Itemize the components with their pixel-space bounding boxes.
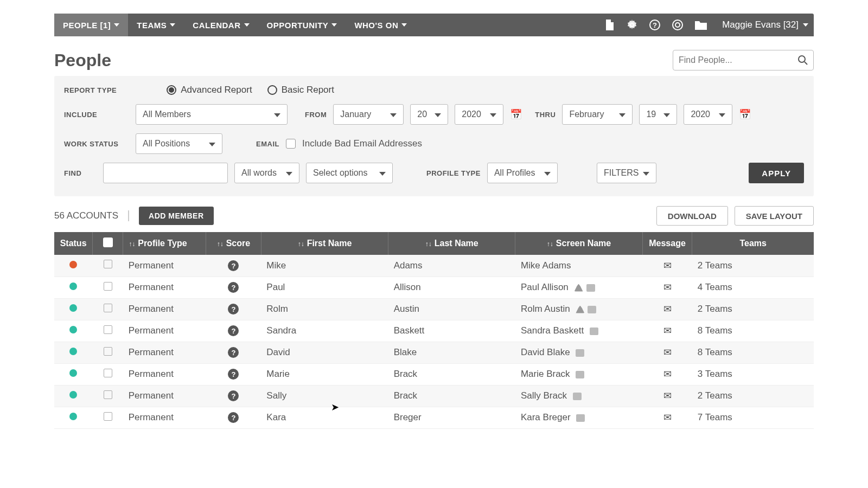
table-row[interactable]: Permanent?SandraBaskettSandra Baskett ✉8… — [54, 320, 814, 342]
row-checkbox[interactable] — [104, 282, 112, 291]
row-checkbox[interactable] — [104, 304, 112, 312]
cell-first-name: Kara — [261, 407, 388, 428]
radio-basic-report[interactable]: Basic Report — [267, 85, 334, 95]
envelope-icon[interactable]: ✉ — [663, 369, 672, 380]
row-checkbox[interactable] — [104, 369, 112, 377]
search-input[interactable] — [679, 55, 798, 65]
cell-teams[interactable]: 8 Teams — [692, 342, 814, 363]
col-profile-type[interactable]: ↑↓Profile Type — [123, 232, 206, 255]
find-input[interactable] — [103, 163, 228, 183]
search-box[interactable] — [673, 50, 814, 70]
cell-teams[interactable]: 2 Teams — [692, 298, 814, 320]
row-checkbox[interactable] — [104, 325, 112, 334]
cell-last-name: Allison — [388, 277, 515, 298]
score-help-icon[interactable]: ? — [228, 390, 239, 401]
cell-teams[interactable]: 7 Teams — [692, 407, 814, 428]
nav-item-people-[interactable]: PEOPLE [1] — [54, 14, 128, 36]
save-layout-button[interactable]: SAVE LAYOUT — [735, 206, 814, 226]
nav-item-teams[interactable]: TEAMS — [128, 14, 184, 36]
envelope-icon[interactable]: ✉ — [663, 325, 672, 336]
include-bad-email-checkbox[interactable] — [286, 139, 296, 149]
folder-icon[interactable] — [695, 20, 707, 30]
cell-teams[interactable]: 2 Teams — [692, 255, 814, 277]
find-words-select[interactable]: All words — [234, 163, 299, 183]
search-icon[interactable] — [798, 55, 808, 65]
radio-advanced-report[interactable]: Advanced Report — [167, 85, 252, 95]
email-label: EMAIL — [256, 140, 279, 148]
table-row[interactable]: Permanent?DavidBlakeDavid Blake ✉8 Teams — [54, 342, 814, 363]
table-row[interactable]: Permanent?MikeAdamsMike Adams ✉2 Teams — [54, 255, 814, 277]
row-checkbox[interactable] — [104, 390, 112, 399]
help-icon[interactable]: ? — [649, 20, 660, 30]
nav-item-opportunity[interactable]: OPPORTUNITY — [258, 14, 346, 36]
download-button[interactable]: DOWNLOAD — [656, 206, 728, 226]
table-row[interactable]: Permanent?RolmAustinRolm Austin ✉2 Teams — [54, 298, 814, 320]
score-help-icon[interactable]: ? — [228, 369, 239, 380]
cell-teams[interactable]: 2 Teams — [692, 385, 814, 407]
include-select[interactable]: All Members — [136, 104, 288, 125]
score-help-icon[interactable]: ? — [228, 282, 239, 293]
row-checkbox[interactable] — [104, 347, 112, 356]
nav-item-calendar[interactable]: CALENDAR — [184, 14, 258, 36]
find-options-select[interactable]: Select options — [306, 163, 393, 183]
life-ring-icon[interactable] — [672, 20, 683, 30]
select-all-checkbox[interactable] — [103, 237, 113, 247]
image-icon — [590, 328, 598, 335]
from-month-select[interactable]: January — [333, 104, 404, 125]
envelope-icon[interactable]: ✉ — [663, 282, 672, 293]
work-status-select[interactable]: All Positions — [136, 133, 222, 154]
score-help-icon[interactable]: ? — [228, 412, 239, 423]
cell-first-name: Mike — [261, 255, 388, 277]
document-icon[interactable] — [605, 20, 615, 30]
col-status[interactable]: Status — [54, 232, 93, 255]
apply-button[interactable]: APPLY — [749, 163, 804, 183]
nav-item-who-s-on[interactable]: WHO'S ON — [346, 14, 416, 36]
score-help-icon[interactable]: ? — [228, 304, 239, 314]
cell-profile: Permanent — [123, 298, 206, 320]
row-checkbox[interactable] — [104, 260, 112, 268]
envelope-icon[interactable]: ✉ — [663, 347, 672, 358]
add-member-button[interactable]: ADD MEMBER — [139, 207, 213, 225]
envelope-icon[interactable]: ✉ — [663, 412, 672, 423]
cell-teams[interactable]: 4 Teams — [692, 277, 814, 298]
thru-year-select[interactable]: 2020 — [684, 104, 732, 125]
thru-month-select[interactable]: February — [562, 104, 633, 125]
profile-type-select[interactable]: All Profiles — [487, 163, 558, 183]
cell-profile: Permanent — [123, 320, 206, 342]
score-help-icon[interactable]: ? — [228, 347, 239, 358]
col-message[interactable]: Message — [642, 232, 692, 255]
score-help-icon[interactable]: ? — [228, 260, 239, 271]
table-row[interactable]: Permanent?SallyBrackSally Brack ✉2 Teams — [54, 385, 814, 407]
thru-day-select[interactable]: 19 — [639, 104, 677, 125]
cell-profile: Permanent — [123, 342, 206, 363]
calendar-icon[interactable]: 📅 — [510, 108, 522, 120]
cell-teams[interactable]: 8 Teams — [692, 320, 814, 342]
col-teams[interactable]: Teams — [692, 232, 814, 255]
table-row[interactable]: Permanent?MarieBrackMarie Brack ✉3 Teams — [54, 363, 814, 385]
radio-label: Advanced Report — [181, 85, 252, 95]
table-row[interactable]: Permanent?KaraBregerKara Breger ✉7 Teams — [54, 407, 814, 428]
row-checkbox[interactable] — [104, 412, 112, 421]
calendar-icon[interactable]: 📅 — [739, 108, 751, 120]
envelope-icon[interactable]: ✉ — [663, 260, 672, 271]
score-help-icon[interactable]: ? — [228, 325, 239, 336]
cell-teams[interactable]: 3 Teams — [692, 363, 814, 385]
filters-select[interactable]: FILTERS — [597, 163, 656, 183]
envelope-icon[interactable]: ✉ — [663, 304, 672, 314]
col-last-name[interactable]: ↑↓Last Name — [388, 232, 515, 255]
person-icon — [576, 306, 584, 313]
status-dot — [69, 326, 77, 333]
from-day-select[interactable]: 20 — [410, 104, 448, 125]
col-score[interactable]: ↑↓Score — [206, 232, 261, 255]
col-select[interactable] — [93, 232, 123, 255]
user-menu[interactable]: Maggie Evans [32] — [717, 20, 808, 30]
cell-screen-name: Sally Brack — [515, 385, 642, 407]
table-row[interactable]: Permanent?PaulAllisonPaul Allison ✉4 Tea… — [54, 277, 814, 298]
cell-profile: Permanent — [123, 407, 206, 428]
gear-icon[interactable] — [627, 20, 637, 30]
from-year-select[interactable]: 2020 — [455, 104, 503, 125]
svg-point-5 — [799, 56, 805, 62]
envelope-icon[interactable]: ✉ — [663, 390, 672, 401]
col-first-name[interactable]: ↑↓First Name — [261, 232, 388, 255]
col-screen-name[interactable]: ↑↓Screen Name — [515, 232, 642, 255]
